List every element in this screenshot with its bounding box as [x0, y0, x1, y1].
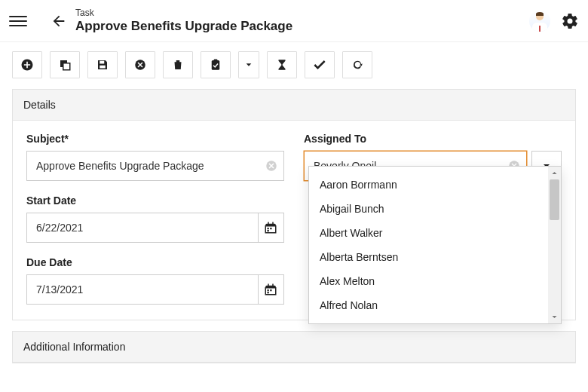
svg-rect-6 [212, 60, 220, 70]
add-button[interactable] [12, 51, 42, 78]
details-panel-header: Details [13, 90, 575, 121]
hourglass-button[interactable] [267, 51, 297, 78]
start-date-label: Start Date [26, 194, 284, 207]
settings-button[interactable] [561, 12, 579, 30]
svg-rect-3 [100, 61, 104, 64]
due-date-field: Due Date [26, 256, 284, 305]
svg-rect-21 [268, 284, 270, 287]
start-date-field: Start Date [26, 194, 284, 243]
due-date-picker-button[interactable] [258, 274, 284, 305]
plus-circle-icon [20, 57, 35, 72]
calendar-icon [264, 221, 277, 234]
caret-up-icon [551, 170, 558, 176]
user-avatar[interactable] [529, 11, 550, 32]
clear-icon [265, 159, 278, 173]
start-date-picker-button[interactable] [258, 213, 284, 243]
subject-input[interactable] [26, 151, 284, 181]
save-button[interactable] [87, 51, 118, 78]
assigned-to-option-list: Aaron BorrmannAbigail BunchAlbert Walker… [309, 167, 561, 323]
assigned-to-option[interactable]: Abigail Bunch [309, 197, 561, 221]
trash-icon [171, 58, 185, 72]
subject-label: Subject* [26, 133, 284, 145]
assigned-to-option[interactable]: Alex Melton [309, 269, 561, 293]
assigned-to-option[interactable]: Aaron Borrmann [309, 173, 561, 197]
additional-info-panel-header: Additional Information [13, 332, 575, 363]
refresh-icon [351, 58, 364, 72]
svg-rect-16 [271, 228, 272, 229]
back-button[interactable] [48, 11, 69, 32]
svg-rect-17 [268, 230, 269, 231]
caret-down-icon [551, 314, 558, 320]
task-button[interactable] [201, 51, 231, 78]
app-header: Task Approve Benefits Upgrade Package [0, 0, 588, 42]
save-icon [96, 58, 109, 72]
subject-field: Subject* [26, 133, 284, 181]
breadcrumb: Task [75, 8, 529, 18]
svg-rect-22 [273, 284, 274, 287]
due-date-input[interactable] [26, 274, 258, 305]
close-circle-icon [133, 58, 147, 72]
task-dropdown-button[interactable] [238, 51, 259, 78]
assigned-to-option[interactable]: Alice Martin [309, 317, 561, 323]
additional-info-panel: Additional Information [12, 331, 576, 363]
hourglass-icon [275, 58, 289, 72]
copy-button[interactable] [50, 51, 80, 78]
delete-button[interactable] [163, 51, 193, 78]
svg-rect-4 [100, 66, 106, 69]
subject-clear-button[interactable] [265, 159, 278, 173]
scroll-up-button[interactable] [548, 167, 561, 179]
assigned-to-option[interactable]: Alfred Nolan [309, 293, 561, 317]
assigned-to-label: Assigned To [304, 133, 562, 145]
svg-rect-15 [268, 228, 269, 229]
start-date-input[interactable] [26, 213, 258, 243]
gear-icon [561, 12, 579, 30]
caret-down-icon [245, 61, 253, 69]
due-date-label: Due Date [26, 256, 284, 268]
menu-icon[interactable] [9, 12, 27, 30]
svg-rect-13 [268, 222, 270, 225]
svg-rect-24 [271, 289, 272, 291]
scroll-down-button[interactable] [548, 311, 561, 323]
page-title: Approve Benefits Upgrade Package [75, 19, 529, 34]
assigned-to-option[interactable]: Albert Walker [309, 221, 561, 245]
calendar-icon [264, 283, 277, 296]
assigned-to-field: Assigned To Aaron BorrmannAbigail BunchA… [304, 133, 562, 181]
scroll-thumb[interactable] [550, 179, 559, 220]
arrow-left-icon [51, 13, 67, 29]
refresh-button[interactable] [342, 51, 372, 78]
check-button[interactable] [305, 51, 335, 78]
cancel-button[interactable] [125, 51, 155, 78]
clipboard-check-icon [209, 58, 222, 72]
assigned-to-dropdown: Aaron BorrmannAbigail BunchAlbert Walker… [308, 166, 562, 324]
svg-rect-2 [63, 63, 70, 70]
svg-rect-25 [268, 292, 269, 293]
check-icon [312, 57, 327, 72]
copy-icon [58, 58, 72, 72]
assigned-to-option[interactable]: Alberta Berntsen [309, 245, 561, 269]
toolbar [0, 42, 588, 89]
dropdown-scrollbar[interactable] [548, 167, 561, 323]
title-block: Task Approve Benefits Upgrade Package [75, 8, 529, 34]
svg-rect-23 [268, 289, 269, 291]
details-panel: Details Subject* Assigned To [12, 89, 576, 320]
svg-rect-14 [273, 222, 274, 225]
svg-rect-7 [214, 60, 218, 62]
